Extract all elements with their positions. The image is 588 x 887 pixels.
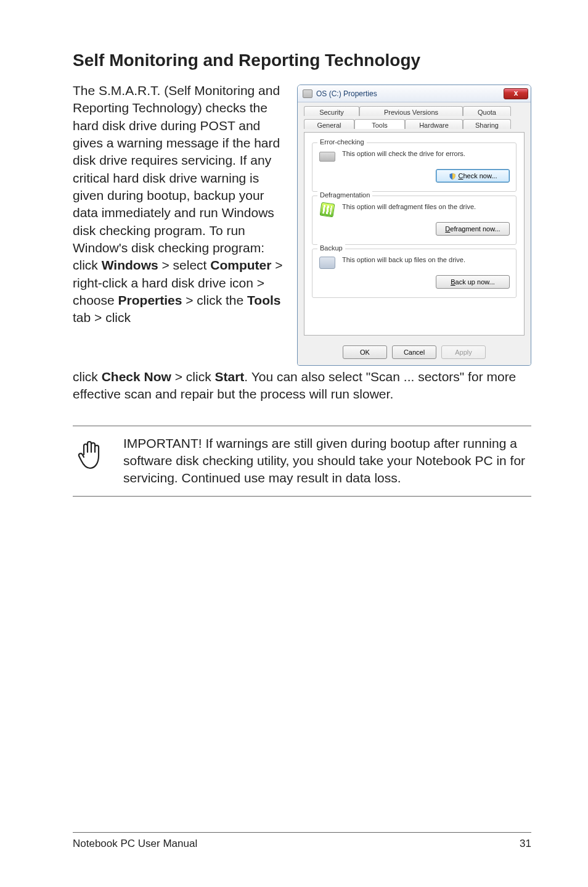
backup-icon — [319, 255, 336, 270]
section-heading: Self Monitoring and Reporting Technology — [73, 49, 531, 71]
para-text: click — [73, 369, 102, 384]
important-note-text: IMPORTANT! If warnings are still given d… — [123, 435, 531, 487]
defragment-icon — [319, 202, 336, 217]
footer-page-number: 31 — [520, 838, 531, 850]
group-label-defragmentation: Defragmentation — [317, 191, 372, 199]
important-note: IMPORTANT! If warnings are still given d… — [73, 426, 531, 497]
para-text: tab > click — [73, 310, 131, 324]
tab-previous-versions[interactable]: Previous Versions — [359, 106, 463, 116]
disk-check-icon — [319, 149, 336, 164]
para-text: > click — [171, 369, 215, 384]
cancel-button[interactable]: Cancel — [392, 345, 436, 359]
tools-tab-panel: Error-checking This option will check th… — [304, 132, 525, 336]
body-paragraph: The S.M.A.R.T. (Self Monitoring and Repo… — [73, 82, 284, 327]
backup-text: This option will back up files on the dr… — [342, 255, 510, 265]
group-defragmentation: Defragmentation This option will defragm… — [312, 196, 517, 245]
tab-quota[interactable]: Quota — [463, 106, 511, 116]
para-text: The S.M.A.R.T. (Self Monitoring and Repo… — [73, 83, 280, 272]
dialog-titlebar: OS (C:) Properties x — [298, 85, 531, 102]
drive-icon — [303, 89, 312, 98]
tab-sharing[interactable]: Sharing — [463, 119, 511, 129]
page-footer: Notebook PC User Manual 31 — [73, 832, 531, 850]
body-paragraph-continued: click Check Now > click Start. You can a… — [73, 368, 531, 403]
kw-windows: Windows — [102, 258, 158, 272]
tab-tools[interactable]: Tools — [354, 119, 405, 129]
dialog-title: OS (C:) Properties — [316, 89, 377, 98]
para-text: > select — [158, 258, 211, 272]
group-backup: Backup This option will back up files on… — [312, 249, 517, 298]
kw-tools: Tools — [247, 293, 280, 307]
properties-dialog-screenshot: OS (C:) Properties x Security Previous V… — [297, 85, 531, 366]
tab-security[interactable]: Security — [304, 106, 359, 116]
kw-start: Start — [214, 369, 244, 384]
kw-computer: Computer — [210, 258, 271, 272]
close-button[interactable]: x — [504, 88, 528, 99]
group-error-checking: Error-checking This option will check th… — [312, 142, 517, 192]
ok-button[interactable]: OK — [343, 345, 387, 359]
group-label-error-checking: Error-checking — [317, 138, 367, 146]
backup-now-button[interactable]: Back up now... — [436, 275, 510, 289]
tab-general[interactable]: General — [304, 119, 354, 129]
tab-hardware[interactable]: Hardware — [405, 119, 463, 129]
dialog-footer: OK Cancel Apply — [298, 342, 531, 365]
shield-icon — [449, 173, 456, 180]
footer-manual-title: Notebook PC User Manual — [73, 838, 197, 850]
kw-check-now: Check Now — [102, 369, 171, 384]
defragment-now-button[interactable]: Defragment now... — [436, 222, 510, 236]
check-now-label: Check now... — [459, 172, 497, 179]
apply-button[interactable]: Apply — [441, 345, 486, 359]
defragment-now-label: Defragment now... — [445, 225, 500, 233]
para-text: > click the — [182, 293, 247, 307]
properties-dialog: OS (C:) Properties x Security Previous V… — [297, 85, 531, 366]
kw-properties: Properties — [118, 293, 182, 307]
backup-now-label: Back up now... — [451, 278, 495, 286]
group-label-backup: Backup — [317, 244, 345, 252]
hand-stop-icon — [73, 435, 110, 487]
error-checking-text: This option will check the drive for err… — [342, 149, 510, 159]
defragmentation-text: This option will defragment files on the… — [342, 202, 510, 212]
check-now-button[interactable]: Check now... — [436, 169, 510, 183]
